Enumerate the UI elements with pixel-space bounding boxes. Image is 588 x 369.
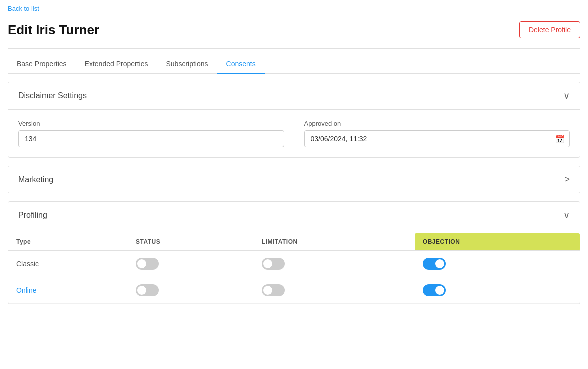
disclaimer-settings-body: Version Approved on 📅: [8, 109, 580, 157]
row-online-limitation: [254, 277, 415, 304]
col-objection: OBJECTION: [415, 233, 580, 251]
approved-on-input-wrapper: 📅: [304, 130, 570, 147]
back-to-list-link[interactable]: Back to list: [8, 0, 39, 17]
classic-limitation-slider: [262, 258, 285, 270]
tab-subscriptions[interactable]: Subscriptions: [157, 55, 217, 74]
approved-on-label: Approved on: [304, 120, 570, 127]
online-limitation-toggle[interactable]: [262, 284, 285, 296]
online-status-toggle[interactable]: [136, 284, 159, 296]
profiling-body: Type STATUS LIMITATION OBJECTION Classic: [8, 229, 580, 304]
online-objection-toggle[interactable]: [423, 284, 446, 296]
marketing-title: Marketing: [18, 175, 53, 184]
table-row: Classic: [8, 251, 580, 277]
disclaimer-settings-title: Disclaimer Settings: [18, 91, 87, 100]
profiling-header[interactable]: Profiling ∨: [8, 202, 580, 229]
marketing-chevron-icon: >: [564, 174, 570, 185]
profiling-section: Profiling ∨ Type STATUS LIMITATION OBJEC…: [8, 201, 580, 304]
tab-base-properties[interactable]: Base Properties: [8, 55, 76, 74]
row-online-objection: [415, 277, 580, 304]
col-limitation: LIMITATION: [254, 233, 415, 251]
tabs-bar: Base Properties Extended Properties Subs…: [8, 49, 580, 74]
approved-on-input[interactable]: [304, 130, 570, 147]
marketing-section: Marketing >: [8, 166, 580, 193]
classic-limitation-toggle[interactable]: [262, 258, 285, 270]
version-label: Version: [18, 120, 284, 127]
classic-objection-toggle[interactable]: [423, 258, 446, 270]
classic-status-slider: [136, 258, 159, 270]
profiling-table-header-row: Type STATUS LIMITATION OBJECTION: [8, 233, 580, 251]
version-field-group: Version: [18, 120, 284, 147]
row-online-type[interactable]: Online: [8, 277, 128, 304]
classic-status-toggle[interactable]: [136, 258, 159, 270]
approved-on-field-group: Approved on 📅: [304, 120, 570, 147]
version-input[interactable]: [18, 130, 284, 147]
col-status: STATUS: [128, 233, 254, 251]
row-classic-objection: [415, 251, 580, 277]
online-objection-slider: [423, 284, 446, 296]
row-online-status: [128, 277, 254, 304]
calendar-icon: 📅: [555, 134, 565, 144]
page-title: Edit Iris Turner: [8, 22, 99, 38]
classic-objection-slider: [423, 258, 446, 270]
profiling-table: Type STATUS LIMITATION OBJECTION Classic: [8, 233, 580, 304]
disclaimer-settings-section: Disclaimer Settings ∨ Version Approved o…: [8, 82, 580, 158]
page-header: Edit Iris Turner Delete Profile: [8, 17, 580, 49]
row-classic-status: [128, 251, 254, 277]
row-classic-limitation: [254, 251, 415, 277]
row-classic-type: Classic: [8, 251, 128, 277]
disclaimer-chevron-icon: ∨: [563, 90, 570, 101]
profiling-chevron-icon: ∨: [563, 210, 570, 221]
disclaimer-form-row: Version Approved on 📅: [18, 120, 570, 147]
online-limitation-slider: [262, 284, 285, 296]
disclaimer-settings-header[interactable]: Disclaimer Settings ∨: [8, 82, 580, 109]
profiling-title: Profiling: [18, 211, 47, 220]
tab-extended-properties[interactable]: Extended Properties: [76, 55, 157, 74]
delete-profile-button[interactable]: Delete Profile: [519, 21, 580, 38]
table-row: Online: [8, 277, 580, 304]
marketing-header[interactable]: Marketing >: [8, 166, 580, 193]
col-type: Type: [8, 233, 128, 251]
tab-consents[interactable]: Consents: [217, 55, 265, 74]
online-status-slider: [136, 284, 159, 296]
content-area: Disclaimer Settings ∨ Version Approved o…: [8, 82, 580, 304]
